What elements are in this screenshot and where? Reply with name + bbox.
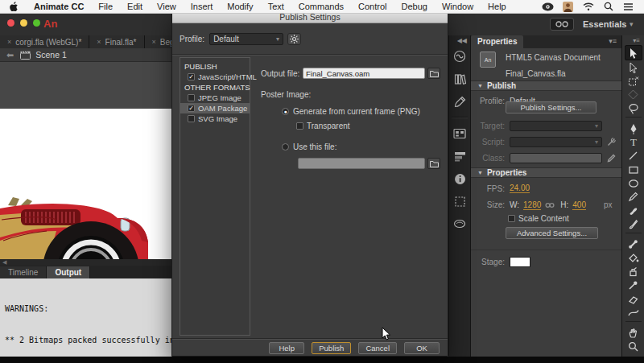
format-oam-package[interactable]: ✓ OAM Package (180, 103, 250, 113)
ink-bottle-tool[interactable] (625, 265, 642, 278)
menu-modify[interactable]: Modify (220, 2, 260, 11)
notification-center-icon[interactable] (622, 2, 634, 12)
zoom-window-button[interactable] (33, 19, 40, 27)
lasso-tool[interactable] (625, 101, 642, 115)
paint-bucket-tool[interactable] (625, 251, 642, 265)
tab-timeline[interactable]: Timeline (0, 266, 47, 278)
workspace-dropdown[interactable]: Essentials (583, 19, 626, 29)
stage-color-swatch[interactable] (510, 257, 530, 267)
panel-menu-icon[interactable]: ▾≡ (604, 35, 621, 48)
width-value[interactable]: 1280 (523, 200, 541, 210)
transform-panel-icon[interactable] (451, 192, 469, 210)
brush-tool[interactable] (625, 204, 642, 217)
apple-icon[interactable] (10, 2, 19, 12)
info-panel-icon[interactable] (451, 170, 469, 188)
section-collapse-icon[interactable]: ▼ (477, 83, 483, 89)
checkbox-icon[interactable] (188, 115, 195, 122)
profile-dropdown[interactable]: Default ▾ (209, 33, 283, 45)
close-window-button[interactable] (7, 19, 14, 27)
rectangle-tool[interactable] (625, 163, 642, 176)
height-value[interactable]: 400 (572, 200, 586, 210)
format-svg-image[interactable]: SVG Image (180, 113, 250, 124)
ok-button[interactable]: OK (404, 342, 440, 354)
car-artwork[interactable] (0, 196, 153, 259)
properties-section-header[interactable]: ▼ Properties (471, 167, 621, 178)
checkbox-icon[interactable]: ✓ (188, 73, 195, 80)
publish-section-header[interactable]: ▼ Publish (471, 80, 621, 91)
help-button[interactable]: Help (269, 342, 304, 354)
checkbox-icon[interactable] (188, 94, 195, 101)
radio-icon[interactable]: ● (282, 108, 289, 115)
link-dimensions-icon[interactable] (544, 200, 555, 210)
oval-tool[interactable] (625, 176, 642, 190)
cancel-button[interactable]: Cancel (358, 342, 397, 354)
library-icon[interactable] (451, 70, 469, 88)
menu-insert[interactable]: Insert (184, 2, 221, 11)
back-arrow-icon[interactable]: ⬅ (6, 50, 14, 60)
pen-tool[interactable] (625, 122, 642, 135)
checkbox-icon[interactable] (508, 215, 515, 222)
cc-libraries-icon[interactable] (451, 47, 469, 65)
target-dropdown[interactable]: ▾ (510, 121, 602, 131)
close-tab-icon[interactable]: × (152, 38, 156, 46)
checkbox-transparent[interactable]: Transparent (296, 122, 444, 130)
menu-debug[interactable]: Debug (394, 2, 435, 11)
paint-brush-tool[interactable] (625, 217, 642, 231)
menu-edit[interactable]: Edit (120, 2, 150, 11)
user-avatar-icon[interactable] (562, 2, 574, 12)
checkbox-icon[interactable]: ✓ (188, 105, 195, 112)
free-transform-tool[interactable] (625, 74, 642, 88)
scale-content-checkbox[interactable]: Scale Content (508, 214, 569, 223)
browse-folder-icon[interactable] (427, 68, 440, 79)
publish-settings-button[interactable]: Publish Settings... (506, 101, 597, 113)
panel-menu-icon[interactable]: ▾≡ (633, 35, 644, 45)
bone-tool[interactable] (625, 237, 642, 251)
menu-window[interactable]: Window (435, 2, 481, 11)
selection-tool[interactable] (625, 45, 642, 60)
subselection-tool[interactable] (625, 60, 642, 74)
hand-tool[interactable] (625, 326, 642, 340)
checkbox-icon[interactable] (296, 122, 303, 130)
radio-icon[interactable] (282, 143, 289, 151)
minimize-window-button[interactable] (20, 19, 27, 27)
properties-tab[interactable]: Properties (471, 35, 523, 48)
eyedropper-tool[interactable] (625, 278, 642, 292)
menu-view[interactable]: View (150, 2, 184, 11)
pencil-edit-icon[interactable] (605, 153, 617, 163)
format-jpeg-image[interactable]: JPEG Image (180, 93, 250, 103)
radio-use-this-file[interactable]: Use this file: (282, 142, 444, 151)
zoom-tool[interactable] (625, 340, 642, 353)
close-tab-icon[interactable]: × (97, 38, 101, 46)
menu-animate-cc[interactable]: Animate CC (27, 2, 91, 11)
menu-control[interactable]: Control (351, 2, 394, 11)
spotlight-search-icon[interactable] (602, 2, 614, 12)
class-field[interactable] (510, 153, 602, 163)
workspace-switcher-icon[interactable] (550, 18, 574, 31)
script-dropdown[interactable]: ▾ (510, 137, 602, 147)
output-file-input[interactable] (303, 68, 425, 79)
advanced-settings-button[interactable]: Advanced Settings... (506, 227, 598, 239)
history-panel-icon[interactable] (451, 215, 469, 233)
menu-file[interactable]: File (91, 2, 120, 11)
tab-final-fla[interactable]: × Final.fla* (89, 35, 144, 48)
menu-commands[interactable]: Commands (291, 2, 351, 11)
wrench-icon[interactable] (605, 137, 617, 147)
format-javascript-html[interactable]: ✓ JavaScript/HTML (180, 72, 250, 82)
width-tool[interactable] (625, 306, 642, 320)
eraser-tool[interactable] (625, 292, 642, 306)
workspace-caret-icon[interactable]: ▾ (630, 20, 634, 28)
3d-rotation-tool[interactable] (625, 88, 642, 101)
line-tool[interactable] (625, 149, 642, 163)
scroll-left-icon[interactable]: ◀ (2, 259, 6, 266)
use-file-input[interactable] (298, 158, 425, 169)
section-collapse-icon[interactable]: ▼ (477, 170, 483, 175)
profile-options-button[interactable] (287, 33, 301, 45)
fps-value[interactable]: 24.00 (510, 184, 530, 193)
publish-button[interactable]: Publish (312, 342, 351, 354)
text-tool[interactable]: T (625, 135, 642, 149)
tab-output[interactable]: Output (47, 266, 90, 278)
wifi-icon[interactable] (582, 2, 594, 12)
scene-breadcrumb[interactable]: Scene 1 (35, 50, 67, 60)
radio-generate-from-frame[interactable]: ● Generate from current frame (PNG) (282, 107, 444, 116)
eye-status-icon[interactable] (542, 2, 554, 12)
